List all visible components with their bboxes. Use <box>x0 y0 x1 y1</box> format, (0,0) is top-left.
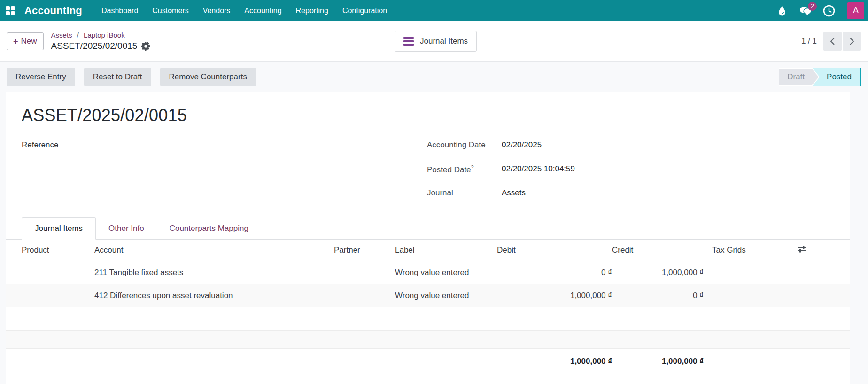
total-debit: 1,000,000 ₫ <box>497 348 612 375</box>
breadcrumb-laptop-ibook[interactable]: Laptop iBook <box>84 31 125 39</box>
journal-items-label: Journal Items <box>420 37 468 46</box>
optional-columns-icon[interactable] <box>798 245 806 253</box>
new-button[interactable]: + New <box>7 32 44 50</box>
state-arrow-outline: Draft <box>779 68 820 86</box>
reset-to-draft-button[interactable]: Reset to Draft <box>84 68 151 86</box>
state-draft[interactable]: Draft <box>779 69 819 85</box>
cell-partner[interactable] <box>318 284 380 307</box>
cell-account[interactable]: 211 Tangible fixed assets <box>79 261 318 284</box>
menu-customers[interactable]: Customers <box>145 0 195 21</box>
field-journal: Journal Assets <box>427 188 834 204</box>
tab-other-info[interactable]: Other Info <box>96 217 157 240</box>
pager: 1 / 1 <box>801 32 861 51</box>
total-credit: 1,000,000 ₫ <box>612 348 704 375</box>
chevron-right-icon <box>849 37 854 46</box>
document-title: ASSET/2025/02/0015 <box>22 106 850 125</box>
app-brand[interactable]: Accounting <box>24 5 82 17</box>
breadcrumb-assets[interactable]: Assets <box>51 31 72 39</box>
gear-icon[interactable] <box>141 42 150 51</box>
journal-items-smart-button[interactable]: Journal Items <box>395 31 477 52</box>
reference-label: Reference <box>22 140 58 212</box>
journal-items-table: Product Account Partner Label Debit Cred… <box>6 240 850 375</box>
journal-value[interactable]: Assets <box>502 188 526 198</box>
column-header-debit[interactable]: Debit <box>497 240 612 261</box>
remove-counterparts-button[interactable]: Remove Counterparts <box>160 68 256 86</box>
new-button-label: New <box>21 37 37 46</box>
cell-credit[interactable]: 0 ₫ <box>612 284 704 307</box>
cell-debit[interactable]: 0 ₫ <box>497 261 612 284</box>
field-posted-date: Posted Date? 02/20/2025 10:04:59 <box>427 164 834 180</box>
column-header-tax-grids[interactable]: Tax Grids <box>704 240 798 261</box>
menu-accounting[interactable]: Accounting <box>237 0 288 21</box>
field-group: Reference Accounting Date 02/20/2025 Pos… <box>22 140 850 212</box>
accounting-date-value[interactable]: 02/20/2025 <box>502 140 542 150</box>
table-row-empty <box>6 330 850 348</box>
tab-counterparts-mapping[interactable]: Counterparts Mapping <box>157 217 261 240</box>
chevron-left-icon <box>830 37 835 46</box>
cell-tax-grids[interactable] <box>704 284 798 307</box>
navbar-systray: 2 A <box>776 2 868 19</box>
table-row-empty <box>6 307 850 330</box>
message-count-badge: 2 <box>808 2 817 11</box>
table-header-row: Product Account Partner Label Debit Cred… <box>6 240 850 261</box>
state-widget: Draft Posted <box>779 68 861 86</box>
pager-next-button[interactable] <box>843 32 861 51</box>
reverse-entry-button[interactable]: Reverse Entry <box>7 68 75 86</box>
droplet-icon[interactable] <box>776 5 788 17</box>
posted-date-label: Posted Date? <box>427 164 502 175</box>
cell-credit[interactable]: 1,000,000 ₫ <box>612 261 704 284</box>
journal-label: Journal <box>427 188 502 198</box>
tab-journal-items[interactable]: Journal Items <box>22 217 96 240</box>
control-panel: + New Assets / Laptop iBook ASSET/2025/0… <box>0 21 868 62</box>
column-header-account[interactable]: Account <box>79 240 318 261</box>
menu-vendors[interactable]: Vendors <box>196 0 238 21</box>
plus-icon: + <box>13 37 18 46</box>
field-accounting-date: Accounting Date 02/20/2025 <box>427 140 834 156</box>
form-sheet: ASSET/2025/02/0015 Reference Accounting … <box>6 92 850 384</box>
user-avatar[interactable]: A <box>847 2 864 19</box>
menu-configuration[interactable]: Configuration <box>335 0 394 21</box>
cell-label[interactable]: Wrong value entered <box>380 284 497 307</box>
journal-items-icon <box>403 37 414 46</box>
activities-clock-icon[interactable] <box>823 5 835 17</box>
accounting-date-label: Accounting Date <box>427 140 502 150</box>
cell-tax-grids[interactable] <box>704 261 798 284</box>
table-row[interactable]: 412 Differences upon asset revaluation W… <box>6 284 850 307</box>
column-header-partner[interactable]: Partner <box>318 240 380 261</box>
messages-icon[interactable]: 2 <box>799 5 812 17</box>
main-menu: Dashboard Customers Vendors Accounting R… <box>94 0 394 21</box>
column-header-product[interactable]: Product <box>6 240 79 261</box>
breadcrumb-separator: / <box>77 31 79 39</box>
posted-date-value[interactable]: 02/20/2025 10:04:59 <box>502 164 575 174</box>
cell-partner[interactable] <box>318 261 380 284</box>
cell-product[interactable] <box>6 284 79 307</box>
cell-label[interactable]: Wrong value entered <box>380 261 497 284</box>
menu-reporting[interactable]: Reporting <box>289 0 335 21</box>
form-statusbar: Reverse Entry Reset to Draft Remove Coun… <box>0 62 868 92</box>
top-navbar: Accounting Dashboard Customers Vendors A… <box>0 0 868 21</box>
pager-value: 1 / 1 <box>801 37 817 46</box>
column-header-label[interactable]: Label <box>380 240 497 261</box>
posted-date-label-text: Posted Date <box>427 165 471 174</box>
pager-previous-button[interactable] <box>823 32 842 51</box>
help-marker-icon: ? <box>471 164 474 170</box>
cell-debit[interactable]: 1,000,000 ₫ <box>497 284 612 307</box>
column-header-credit[interactable]: Credit <box>612 240 704 261</box>
table-totals-row: 1,000,000 ₫ 1,000,000 ₫ <box>6 348 850 375</box>
apps-menu-icon[interactable] <box>6 6 15 15</box>
cell-product[interactable] <box>6 261 79 284</box>
cell-account[interactable]: 412 Differences upon asset revaluation <box>79 284 318 307</box>
notebook-tabs: Journal Items Other Info Counterparts Ma… <box>6 217 850 240</box>
breadcrumb-active: ASSET/2025/02/0015 <box>51 40 138 52</box>
menu-dashboard[interactable]: Dashboard <box>94 0 145 21</box>
table-row[interactable]: 211 Tangible fixed assets Wrong value en… <box>6 261 850 284</box>
breadcrumb: Assets / Laptop iBook ASSET/2025/02/0015 <box>51 31 151 52</box>
